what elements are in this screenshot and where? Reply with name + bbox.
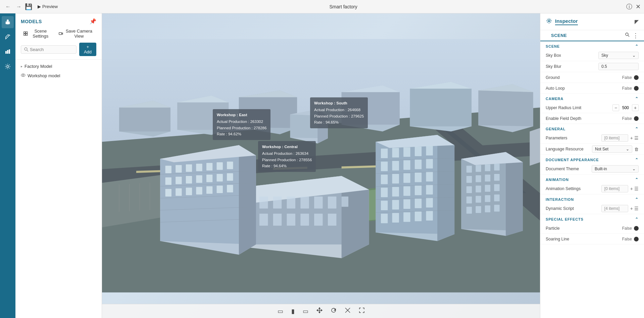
vp-btn-5[interactable] <box>329 306 339 316</box>
particle-bool: False <box>622 226 632 231</box>
vp-btn-1[interactable]: ▭ <box>276 307 285 316</box>
vp-btn-4[interactable] <box>314 306 325 316</box>
svg-rect-116 <box>403 160 410 170</box>
overlay-central-rate: Rate : 94.64% <box>262 163 312 169</box>
svg-rect-155 <box>494 174 499 181</box>
language-resource-value: Not Set ⌄ 🗑 <box>592 145 639 153</box>
tab-more-icon[interactable]: ⋮ <box>633 32 639 39</box>
ground-bool: False <box>622 75 632 80</box>
particle-dot[interactable] <box>634 226 639 231</box>
search-bar[interactable] <box>21 45 77 54</box>
animation-add-icon[interactable]: + <box>630 186 633 191</box>
svg-rect-156 <box>466 186 472 193</box>
overlay-east-planned: Planned Production : 278286 <box>217 125 266 131</box>
svg-rect-9 <box>24 34 26 36</box>
vp-btn-3[interactable]: ▭ <box>301 307 310 316</box>
factory-model-label: Factory Model <box>24 64 52 69</box>
inspector-expand-icon[interactable]: ◤ <box>635 18 639 25</box>
svg-rect-138 <box>426 211 433 221</box>
vp-btn-2[interactable]: ▮ <box>289 307 297 316</box>
skybox-select[interactable]: Sky ⌄ <box>598 52 639 59</box>
upper-radius-minus[interactable]: − <box>612 104 619 111</box>
svg-rect-91 <box>217 174 223 181</box>
doc-theme-select[interactable]: Built-in ⌄ <box>592 165 639 173</box>
add-button[interactable]: + Add <box>79 43 96 56</box>
vp-btn-fullscreen[interactable] <box>357 306 367 316</box>
section-scene-label: SCENE <box>546 44 560 48</box>
section-scene-chevron: ⌃ <box>635 44 639 49</box>
ground-value: False <box>622 75 639 80</box>
sidebar-btn-layers[interactable] <box>2 16 14 28</box>
overlay-south-rate: Rate : 94.65% <box>314 119 364 125</box>
vp-btn-6[interactable] <box>343 306 353 316</box>
scene-settings-button[interactable]: Scene Settings <box>21 27 55 40</box>
search-input[interactable] <box>30 47 73 52</box>
dynamic-script-add-icon[interactable]: + <box>630 206 633 211</box>
models-panel: MODELS 📌 Scene Settings Save Camera View <box>15 13 102 318</box>
section-doc-appearance-chevron: ⌃ <box>635 157 639 162</box>
save-icon[interactable]: 💾 <box>25 3 32 10</box>
skyblur-value: 0.5 <box>598 63 639 70</box>
model-item-factory[interactable]: ▸ Factory Model <box>15 62 102 71</box>
svg-rect-69 <box>259 214 268 226</box>
section-interaction[interactable]: INTERACTION ⌃ <box>540 194 644 203</box>
back-button[interactable]: ← <box>3 3 13 10</box>
parameters-add-icon[interactable]: + <box>630 135 633 141</box>
svg-rect-86 <box>165 177 171 185</box>
svg-rect-166 <box>485 206 490 212</box>
svg-rect-161 <box>476 196 481 202</box>
section-animation-label: ANIMATION <box>546 178 569 182</box>
model-item-workshop[interactable]: Workshop model <box>15 71 102 81</box>
section-scene[interactable]: SCENE ⌃ <box>540 41 644 50</box>
svg-rect-130 <box>392 200 399 210</box>
section-special-effects[interactable]: SPECIAL EFFECTS ⌃ <box>540 214 644 223</box>
svg-rect-92 <box>227 173 233 181</box>
svg-rect-123 <box>426 172 433 182</box>
field-depth-dot[interactable] <box>634 116 639 121</box>
svg-rect-150 <box>485 164 490 171</box>
svg-rect-133 <box>426 198 433 208</box>
tab-scene[interactable]: SCENE <box>546 30 572 41</box>
section-camera[interactable]: CAMERA ⌃ <box>540 94 644 102</box>
upper-radius-plus[interactable]: + <box>632 104 639 111</box>
overlay-east: Workshop : East Actual Production : 2633… <box>213 109 270 140</box>
forward-button[interactable]: → <box>14 3 23 10</box>
sidebar-btn-settings[interactable] <box>2 60 14 73</box>
preview-button[interactable]: ▶ Preview <box>35 3 60 10</box>
prop-upper-radius: Upper Radius Limit − 500 + <box>540 102 644 113</box>
section-animation[interactable]: ANIMATION ⌃ <box>540 175 644 183</box>
top-right-actions: ⓘ ✕ <box>626 3 641 11</box>
models-header: MODELS 📌 Scene Settings Save Camera View <box>15 13 102 60</box>
section-doc-appearance[interactable]: DOCUMENT APPEARANCE ⌃ <box>540 155 644 164</box>
svg-point-0 <box>7 19 9 21</box>
section-general[interactable]: GENERAL ⌃ <box>540 124 644 133</box>
sidebar-btn-data[interactable] <box>2 46 14 58</box>
svg-rect-7 <box>24 32 26 34</box>
preview-label: Preview <box>42 4 58 9</box>
svg-rect-66 <box>342 196 348 207</box>
sidebar-btn-tools[interactable] <box>2 31 14 43</box>
models-list: ▸ Factory Model Workshop model <box>15 60 102 318</box>
save-camera-button[interactable]: Save Camera View <box>56 27 96 40</box>
language-resource-select[interactable]: Not Set ⌄ <box>592 145 632 153</box>
inspector-top-icons: ◤ <box>635 18 639 25</box>
autoloop-dot[interactable] <box>634 86 639 91</box>
field-depth-bool: False <box>622 116 632 121</box>
animation-list-icon[interactable]: ☰ <box>634 186 639 191</box>
autoloop-bool: False <box>622 86 632 91</box>
svg-rect-94 <box>176 188 182 196</box>
language-resource-delete-icon[interactable]: 🗑 <box>634 147 639 152</box>
close-icon[interactable]: ✕ <box>636 3 641 10</box>
arrow-icon: ▸ <box>21 64 22 68</box>
svg-rect-62 <box>287 196 295 209</box>
tab-search-icon[interactable] <box>625 32 630 39</box>
help-icon[interactable]: ⓘ <box>626 3 632 11</box>
top-bar: ← → 💾 ▶ Preview Smart factory ⓘ ✕ <box>0 0 644 13</box>
pin-icon[interactable]: 📌 <box>90 18 97 25</box>
parameters-list-icon[interactable]: ☰ <box>634 135 639 141</box>
soaring-line-dot[interactable] <box>634 237 639 241</box>
skyblur-input[interactable]: 0.5 <box>598 63 639 70</box>
dynamic-script-list-icon[interactable]: ☰ <box>634 206 639 211</box>
svg-marker-174 <box>319 308 320 309</box>
ground-dot[interactable] <box>634 75 639 80</box>
